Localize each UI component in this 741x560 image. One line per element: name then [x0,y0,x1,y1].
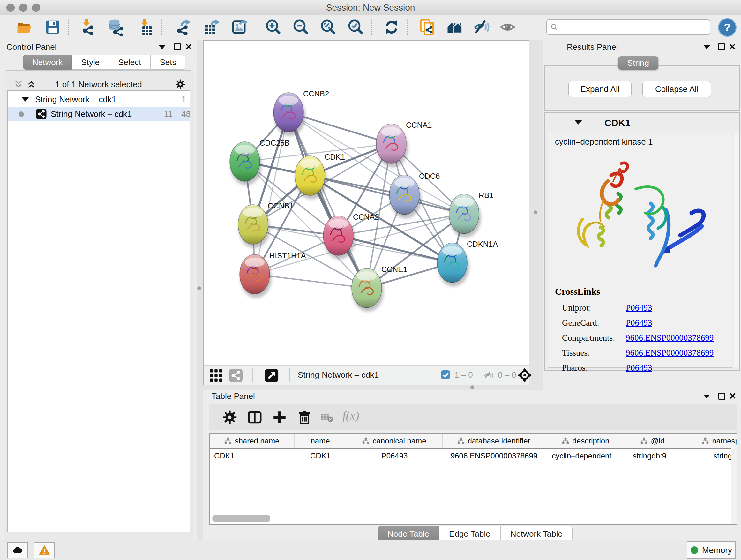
table-cell[interactable]: CDK1 [294,449,346,463]
node-result-header[interactable]: CDK1 [545,113,739,133]
network-node[interactable]: CCNA1 [376,121,432,167]
table-vertical-scrollbar[interactable] [731,448,737,524]
network-edge[interactable] [288,112,367,288]
delete-column-button[interactable] [296,409,313,425]
table-cell[interactable]: cyclin–dependent ... [545,449,626,463]
delete-table-button-disabled[interactable] [320,409,334,425]
table-cell[interactable]: stringdb [679,449,737,463]
float-panel-icon[interactable] [704,395,710,398]
column-header-name[interactable]: name [294,434,346,448]
zoom-out-button[interactable] [292,18,310,36]
help-button[interactable]: ? [718,18,737,37]
column-header-databaseidentifier[interactable]: database identifier [443,434,545,448]
network-row[interactable]: String Network – cdk1 11 48 [8,107,190,121]
network-edge[interactable] [255,112,288,274]
import-network-file-button[interactable] [79,18,96,36]
network-edge[interactable] [310,176,464,214]
network-collection-row[interactable]: String Network – cdk1 1 [8,92,190,107]
column-header-namespace[interactable]: namespace [679,434,737,448]
zoom-selected-button[interactable] [347,18,364,36]
table-horizontal-scrollbar[interactable] [212,515,270,522]
network-node[interactable]: RB1 [449,191,494,238]
collapse-triangle-icon[interactable] [575,120,582,125]
crosslink-value-link[interactable]: P06493 [626,318,652,328]
close-panel-icon[interactable] [729,392,736,399]
crosslink-value-link[interactable]: P06493 [626,363,652,373]
expand-all-button[interactable]: Expand All [568,81,631,97]
save-session-button[interactable] [44,18,61,36]
collapse-triangle-icon[interactable] [22,98,29,102]
zoom-in-button[interactable] [265,18,282,36]
show-columns-button[interactable] [247,409,263,425]
tab-string[interactable]: String [618,56,658,70]
import-network-database-button[interactable] [107,18,125,36]
collapse-all-button[interactable]: Collapse All [643,81,711,97]
show-all-button[interactable] [500,18,517,36]
right-splitter-handle[interactable] [534,210,537,214]
tab-network-table[interactable]: Network Table [500,526,572,542]
hidden-items-button[interactable] [483,370,494,382]
memory-button[interactable]: Memory [687,542,736,559]
zoom-fit-button[interactable] [320,18,337,36]
function-builder-button-disabled[interactable]: f(x) [342,409,359,423]
maximize-panel-icon[interactable] [718,44,725,51]
float-panel-icon[interactable] [159,45,165,49]
network-node[interactable]: CCNA2 [323,212,379,259]
table-settings-button[interactable] [222,409,238,425]
open-session-button[interactable] [16,18,33,36]
column-header-description[interactable]: description [545,434,626,448]
table-cell[interactable]: P06493 [346,449,443,463]
grid-view-button[interactable] [209,368,223,384]
network-node[interactable]: CCNE1 [352,265,407,312]
results-scrollbar[interactable] [734,133,739,367]
warnings-button[interactable] [34,543,55,558]
network-node[interactable]: CCNB1 [238,201,293,248]
crosslink-value-link[interactable]: P06493 [626,303,652,313]
network-canvas[interactable]: CCNB2CCNA1CDC25BCDK1CDC6RB1CCNB1CCNA2CDK… [203,40,529,365]
tab-edge-table[interactable]: Edge Table [439,526,500,542]
export-network-button[interactable] [174,18,192,36]
column-header-sharedname[interactable]: shared name [210,434,294,448]
create-column-button[interactable] [272,409,287,425]
home-button[interactable] [446,18,463,36]
table-row[interactable]: CDK1CDK1P064939606.ENSP00000378699cyclin… [210,449,737,463]
table-cell[interactable]: stringdb:9... [626,449,679,463]
cloud-status-button[interactable] [7,543,28,558]
export-image-button[interactable] [231,18,248,36]
export-table-button[interactable] [203,18,220,36]
network-graph[interactable]: CCNB2CCNA1CDC25BCDK1CDC6RB1CCNB1CCNA2CDK… [204,41,529,365]
close-panel-icon[interactable] [185,43,192,50]
bottom-splitter-handle[interactable] [470,385,474,389]
import-table-file-button[interactable] [137,18,154,36]
tab-select[interactable]: Select [109,55,150,70]
gear-icon[interactable] [175,79,186,90]
tab-network[interactable]: Network [23,55,72,70]
search-input[interactable] [558,22,697,32]
tab-sets[interactable]: Sets [150,55,185,70]
crosslink-value-link[interactable]: 9606.ENSP00000378699 [626,348,714,358]
network-edge[interactable] [338,236,452,263]
network-node[interactable]: CCNB2 [273,89,329,136]
network-node[interactable]: HIST1H1A [240,251,306,298]
hide-unselected-button[interactable] [474,18,491,36]
clone-network-button[interactable] [419,18,436,36]
maximize-panel-icon[interactable] [174,44,181,51]
tab-style[interactable]: Style [72,55,109,70]
close-panel-icon[interactable] [729,43,736,50]
birds-eye-toggle-button[interactable] [517,368,532,384]
column-header-id[interactable]: @id [626,434,679,448]
maximize-panel-icon[interactable] [718,393,725,400]
float-panel-icon[interactable] [704,45,710,49]
network-node[interactable]: CDKN1A [437,240,498,287]
selected-checkbox[interactable] [441,370,451,381]
left-splitter-handle[interactable] [197,287,201,290]
table-cell[interactable]: 9606.ENSP00000378699 [443,449,545,463]
detach-view-button[interactable] [264,368,279,384]
network-view-button[interactable] [228,368,243,384]
table-cell[interactable]: CDK1 [210,449,294,463]
crosslink-value-link[interactable]: 9606.ENSP00000378699 [626,333,714,343]
column-header-canonicalname[interactable]: canonical name [346,434,443,448]
refresh-button[interactable] [383,18,400,36]
tab-node-table[interactable]: Node Table [378,526,439,542]
network-node[interactable]: CDC25B [230,138,290,185]
